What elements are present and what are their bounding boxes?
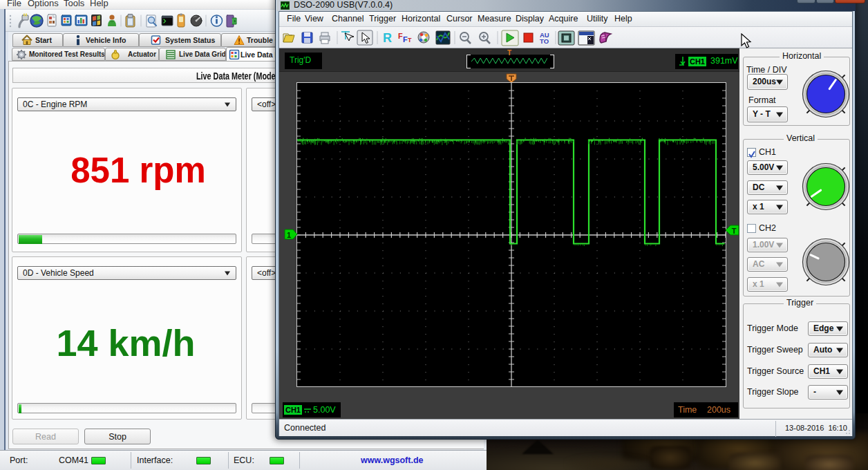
svg-text:T: T xyxy=(732,227,737,235)
svg-text:F: F xyxy=(403,35,408,44)
svg-text:R: R xyxy=(383,31,392,45)
svg-text:1: 1 xyxy=(287,231,291,239)
svg-text:T: T xyxy=(408,37,412,44)
svg-text:F: F xyxy=(398,32,403,40)
svg-text:TO: TO xyxy=(540,37,549,45)
